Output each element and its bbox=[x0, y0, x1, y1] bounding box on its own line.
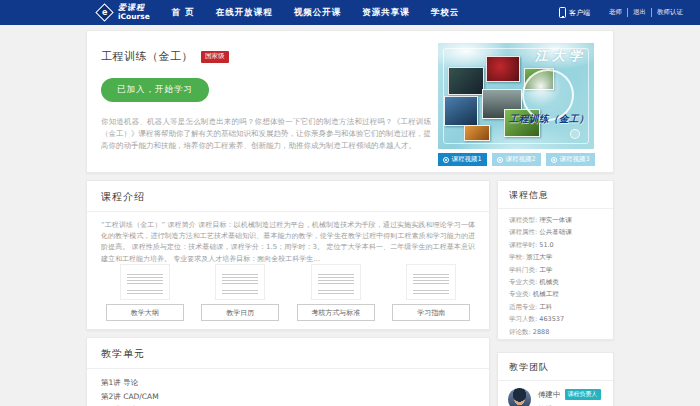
course-intro-card: 课程介绍 “工程训练（金工）” 课程简介 课程目标：以机械制造过程为平台，机械制… bbox=[86, 180, 490, 330]
nav-item-home[interactable]: 首 页 bbox=[172, 7, 195, 19]
top-navbar: e 爱课程 iCourse 首 页 在线开放课程 视频公开课 资源共享课 学校云… bbox=[0, 0, 700, 25]
info-learner-count: 学习人数: 463537 bbox=[509, 313, 602, 325]
teaching-team-heading: 教学团队 bbox=[498, 353, 613, 381]
join-course-button[interactable]: 已加入，开始学习 bbox=[101, 78, 209, 102]
course-intro-heading: 课程介绍 bbox=[87, 181, 489, 212]
member-info: 傅建中 课程负责人 教授 bbox=[538, 388, 601, 406]
play-icon bbox=[497, 157, 503, 163]
client-download-link[interactable]: 客户端 bbox=[569, 8, 590, 18]
video-tab-label: 课程视频1 bbox=[451, 155, 481, 164]
user-name-link[interactable]: 老师 bbox=[604, 8, 627, 17]
brand-text: 爱课程 iCourse bbox=[118, 4, 150, 20]
mobile-phone-icon bbox=[559, 7, 566, 18]
national-level-badge: 国家级 bbox=[201, 51, 229, 63]
course-info-heading: 课程信息 bbox=[498, 181, 613, 209]
course-header-card: 工程训练（金工） 国家级 已加入，开始学习 你知道机器、机器人等是怎么制造出来的… bbox=[86, 30, 614, 173]
video-tabs: 课程视频1 课程视频2 课程视频3 bbox=[438, 153, 595, 166]
course-intro-body: “工程训练（金工）” 课程简介 课程目标：以机械制造过程为平台，机械制造技术为手… bbox=[87, 212, 489, 265]
teaching-units-card: 教学单元 第1讲 导论 第2讲 CAD/CAM 第3讲 数车 第4讲 数铣 第5… bbox=[86, 337, 490, 406]
attachment-calendar: 教学日历 bbox=[197, 264, 283, 321]
course-banner-image: 江大学 工程训练（金工） bbox=[438, 43, 594, 149]
syllabus-button[interactable]: 教学大纲 bbox=[106, 304, 184, 321]
info-school: 学校: 浙江大学 bbox=[509, 251, 602, 263]
course-leader-badge: 课程负责人 bbox=[565, 389, 601, 400]
document-thumbnail[interactable] bbox=[311, 264, 361, 300]
nav-item-school-cloud[interactable]: 学校云 bbox=[431, 7, 460, 19]
teaching-team-card: 教学团队 傅建中 课程负责人 教授 bbox=[497, 352, 614, 406]
info-course-hours: 课程学时: 51.0 bbox=[509, 239, 602, 251]
attachments-row: 教学大纲 教学日历 考核方式与标准 学习指南 bbox=[87, 264, 489, 321]
document-thumbnail[interactable] bbox=[215, 264, 265, 300]
brand-logo[interactable]: e 爱课程 iCourse bbox=[98, 4, 150, 20]
teacher-name: 傅建中 bbox=[538, 390, 561, 400]
page: e 爱课程 iCourse 首 页 在线开放课程 视频公开课 资源共享课 学校云… bbox=[0, 0, 700, 406]
banner-frame bbox=[443, 48, 589, 144]
document-thumbnail[interactable] bbox=[120, 264, 170, 300]
video-tab-label: 课程视频2 bbox=[505, 155, 535, 164]
calendar-button[interactable]: 教学日历 bbox=[201, 304, 279, 321]
info-major-class: 专业类: 机械工程 bbox=[509, 288, 602, 300]
nav-links: 首 页 在线开放课程 视频公开课 资源共享课 学校云 bbox=[172, 7, 480, 19]
teacher-avatar bbox=[508, 388, 531, 406]
info-comment-count: 评论数: 2888 bbox=[509, 326, 602, 338]
info-major-category: 专业大类: 机械类 bbox=[509, 276, 602, 288]
course-title: 工程训练（金工） bbox=[101, 49, 193, 64]
logout-link[interactable]: 退出 bbox=[627, 8, 651, 17]
nav-right: 客户端 老师 退出 教师认证 bbox=[559, 0, 688, 25]
nav-item-open-courses[interactable]: 在线开放课程 bbox=[216, 7, 273, 19]
nav-item-video-courses[interactable]: 视频公开课 bbox=[294, 7, 342, 19]
icourse-logo-icon: e bbox=[95, 3, 113, 21]
attachment-guide: 学习指南 bbox=[388, 264, 474, 321]
play-icon bbox=[551, 157, 557, 163]
course-info-card: 课程信息 课程类型: 理实一体课 课程属性: 公共基础课 课程学时: 51.0 … bbox=[497, 180, 614, 340]
brand-name-en: iCourse bbox=[118, 13, 150, 21]
video-tab-3[interactable]: 课程视频3 bbox=[546, 153, 595, 166]
unit-item-2[interactable]: 第2讲 CAD/CAM bbox=[101, 390, 475, 404]
document-thumbnail[interactable] bbox=[406, 264, 456, 300]
course-info-fields: 课程类型: 理实一体课 课程属性: 公共基础课 课程学时: 51.0 学校: 浙… bbox=[498, 209, 613, 343]
attachment-assessment: 考核方式与标准 bbox=[293, 264, 379, 321]
video-tab-2[interactable]: 课程视频2 bbox=[492, 153, 541, 166]
play-icon bbox=[443, 157, 449, 163]
teacher-cert-link[interactable]: 教师认证 bbox=[651, 8, 688, 17]
video-tab-label: 课程视频3 bbox=[559, 155, 589, 164]
info-applicable-major: 适用专业: 工科 bbox=[509, 301, 602, 313]
attachment-syllabus: 教学大纲 bbox=[102, 264, 188, 321]
info-course-type: 课程类型: 理实一体课 bbox=[509, 214, 602, 226]
video-tab-1[interactable]: 课程视频1 bbox=[438, 153, 487, 166]
unit-item-1[interactable]: 第1讲 导论 bbox=[101, 376, 475, 390]
info-discipline: 学科门类: 工学 bbox=[509, 264, 602, 276]
unit-list: 第1讲 导论 第2讲 CAD/CAM 第3讲 数车 第4讲 数铣 第5讲 逆向工… bbox=[87, 369, 489, 406]
teaching-units-heading: 教学单元 bbox=[87, 338, 489, 369]
team-member-row[interactable]: 傅建中 课程负责人 教授 bbox=[498, 381, 613, 406]
nav-item-shared-resources[interactable]: 资源共享课 bbox=[362, 7, 410, 19]
course-description: 你知道机器、机器人等是怎么制造出来的吗？你想体验一下它们的制造方法和过程吗？《工… bbox=[101, 116, 431, 152]
study-guide-button[interactable]: 学习指南 bbox=[392, 304, 470, 321]
info-course-attr: 课程属性: 公共基础课 bbox=[509, 226, 602, 238]
assessment-button[interactable]: 考核方式与标准 bbox=[297, 304, 375, 321]
